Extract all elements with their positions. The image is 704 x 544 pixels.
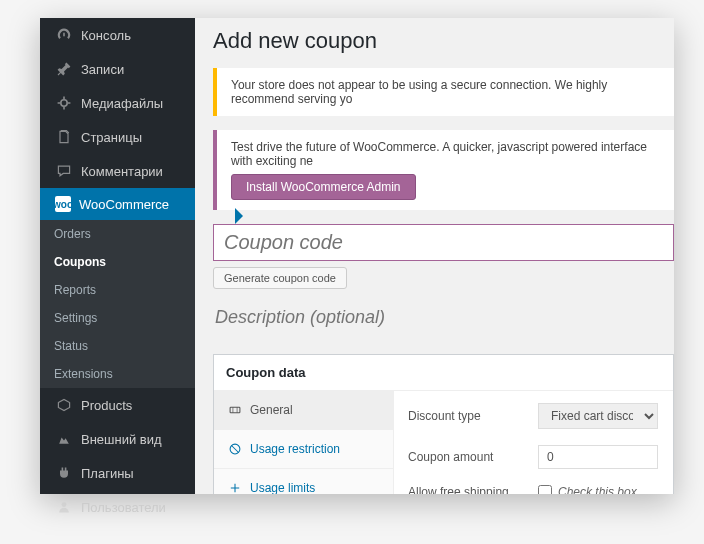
discount-type-select[interactable]: Fixed cart discoun [538,403,658,429]
menu-products[interactable]: Products [40,388,195,422]
box-title: Coupon data [214,355,673,391]
menu-label: WooCommerce [79,197,169,212]
dashboard-icon [55,26,73,44]
comments-icon [55,162,73,180]
submenu-settings[interactable]: Settings [40,304,195,332]
pin-icon [55,60,73,78]
limits-icon [228,480,242,494]
coupon-fields: Discount type Fixed cart discoun Coupon … [394,391,673,494]
submenu-status[interactable]: Status [40,332,195,360]
coupon-code-input[interactable] [213,224,674,261]
tab-label: Usage limits [250,481,315,494]
tab-usage-limits[interactable]: Usage limits [214,469,393,494]
svg-point-0 [61,100,67,106]
menu-label: Комментарии [81,164,163,179]
page-title: Add new coupon [213,28,674,54]
menu-posts[interactable]: Записи [40,52,195,86]
field-label: Coupon amount [408,450,538,464]
menu-comments[interactable]: Комментарии [40,154,195,188]
menu-label: Products [81,398,132,413]
admin-sidebar: Консоль Записи Медиафайлы Страницы Комме… [40,18,195,494]
pages-icon [55,128,73,146]
menu-users[interactable]: Пользователи [40,490,195,524]
field-discount-type: Discount type Fixed cart discoun [394,395,673,437]
notice-text: Your store does not appear to be using a… [231,78,607,106]
appearance-icon [55,430,73,448]
menu-label: Записи [81,62,124,77]
svg-rect-2 [230,407,240,413]
submenu-reports[interactable]: Reports [40,276,195,304]
notice-woocommerce-admin: Test drive the future of WooCommerce. A … [213,130,674,210]
notice-secure-connection: Your store does not appear to be using a… [213,68,674,116]
menu-label: Пользователи [81,500,166,515]
users-icon [55,498,73,516]
submenu-extensions[interactable]: Extensions [40,360,195,388]
media-icon [55,94,73,112]
woocommerce-submenu: Orders Coupons Reports Settings Status E… [40,220,195,388]
checkbox-label: Check this box [558,485,637,494]
submenu-orders[interactable]: Orders [40,220,195,248]
menu-label: Страницы [81,130,142,145]
install-woocommerce-admin-button[interactable]: Install WooCommerce Admin [231,174,416,200]
menu-label: Консоль [81,28,131,43]
menu-label: Внешний вид [81,432,162,447]
tab-usage-restriction[interactable]: Usage restriction [214,430,393,469]
woo-icon: woo [55,196,71,212]
main-content: Add new coupon Your store does not appea… [195,18,674,494]
coupon-description-input[interactable] [213,301,674,334]
plugins-icon [55,464,73,482]
menu-appearance[interactable]: Внешний вид [40,422,195,456]
field-label: Discount type [408,409,538,423]
svg-point-1 [62,502,67,507]
menu-label: Медиафайлы [81,96,163,111]
general-icon [228,402,242,418]
generate-coupon-code-button[interactable]: Generate coupon code [213,267,347,289]
field-free-shipping: Allow free shipping Check this box [394,477,673,494]
free-shipping-checkbox[interactable] [538,485,552,494]
menu-label: Плагины [81,466,134,481]
coupon-data-box: Coupon data General Usage restriction Us… [213,354,674,494]
menu-plugins[interactable]: Плагины [40,456,195,490]
field-label: Allow free shipping [408,485,538,494]
coupon-amount-input[interactable] [538,445,658,469]
coupon-tabs: General Usage restriction Usage limits [214,391,394,494]
tab-label: Usage restriction [250,442,340,456]
tab-general[interactable]: General [214,391,393,430]
submenu-coupons[interactable]: Coupons [40,248,195,276]
menu-console[interactable]: Консоль [40,18,195,52]
active-menu-arrow [235,208,243,224]
menu-media[interactable]: Медиафайлы [40,86,195,120]
notice-text: Test drive the future of WooCommerce. A … [231,140,647,168]
menu-woocommerce[interactable]: woo WooCommerce [40,188,195,220]
restriction-icon [228,441,242,457]
menu-pages[interactable]: Страницы [40,120,195,154]
field-coupon-amount: Coupon amount [394,437,673,477]
tab-label: General [250,403,293,417]
products-icon [55,396,73,414]
